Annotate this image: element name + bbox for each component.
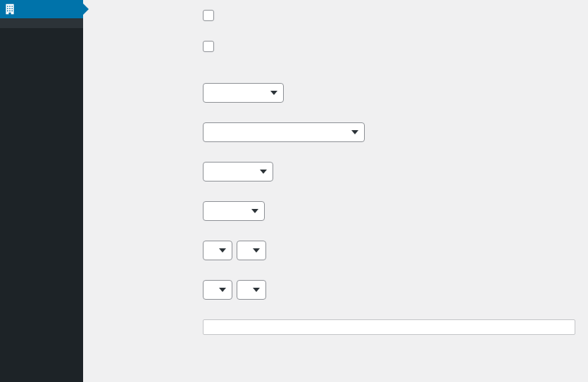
label-bed-types	[90, 319, 203, 322]
hide-adults-children-checkbox[interactable]	[203, 10, 214, 21]
booking-rules-checkbox[interactable]	[203, 41, 214, 52]
label-booking-rules	[90, 41, 203, 44]
date-format-select[interactable]	[203, 201, 265, 221]
currency-select[interactable]	[203, 122, 365, 142]
sidebar-parent-accommodation[interactable]	[0, 0, 83, 18]
admin-sidebar	[0, 0, 83, 382]
checkin-hour-select[interactable]	[203, 280, 232, 300]
label-date-format	[90, 201, 203, 204]
row-currency	[90, 113, 575, 152]
table-header	[204, 320, 575, 334]
row-currency-position	[90, 152, 575, 191]
sidebar-active-arrow-icon	[83, 4, 89, 15]
label-checkin-time	[90, 280, 203, 283]
row-bed-types	[90, 310, 575, 345]
checkout-minute-select[interactable]	[237, 241, 266, 260]
row-hide-adults-children	[203, 0, 575, 31]
checkin-minute-select[interactable]	[237, 280, 266, 300]
bed-types-table	[203, 319, 575, 335]
label-currency	[90, 122, 203, 125]
square-units-select[interactable]	[203, 83, 284, 103]
row-square-units	[90, 73, 575, 113]
settings-form	[83, 0, 588, 382]
row-booking-rules	[90, 31, 575, 62]
row-checkin-time	[90, 270, 575, 310]
building-icon	[4, 4, 15, 15]
checkout-hour-select[interactable]	[203, 241, 232, 260]
sidebar-submenu	[0, 18, 83, 28]
currency-position-select[interactable]	[203, 162, 273, 182]
label-checkout-time	[90, 241, 203, 243]
hide-adults-children-label[interactable]	[203, 10, 575, 21]
booking-rules-label[interactable]	[203, 41, 575, 52]
label-currency-position	[90, 162, 203, 165]
row-checkout-time	[90, 231, 575, 270]
label-square-units	[90, 83, 203, 86]
row-date-format	[90, 191, 575, 231]
